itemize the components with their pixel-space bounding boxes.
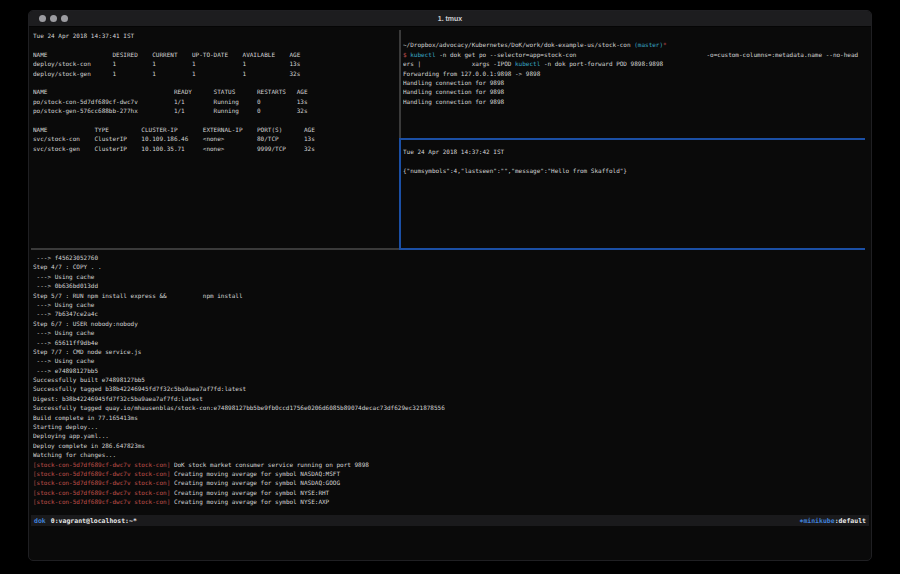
terminal-line: [stock-con-5d7df689cf-dwc7v stock-con] C… — [33, 488, 865, 497]
terminal-line: Deploy complete in 286.647823ms — [33, 441, 865, 450]
terminal-line — [33, 78, 399, 87]
terminal-line: Handling connection for 9898 — [403, 87, 863, 96]
tmux-session: Tue 24 Apr 2018 14:37:41 IST NAME DESIRE… — [29, 28, 871, 560]
terminal-line: Forwarding from 127.0.0.1:9898 -> 9898 — [403, 69, 863, 78]
terminal-line: [stock-con-5d7df689cf-dwc7v stock-con] C… — [33, 497, 865, 506]
terminal-line — [403, 31, 863, 40]
pane-kubectl-watch[interactable]: Tue 24 Apr 2018 14:37:41 IST NAME DESIRE… — [33, 31, 399, 247]
terminal-line: ---> Using cache — [33, 272, 865, 281]
terminal-line: ers | xargs -IPOD kubectl -n dok port-fo… — [403, 59, 863, 68]
terminal-line: deploy/stock-con 1 1 1 1 13s — [33, 59, 399, 68]
terminal-line: Successfully tagged quay.io/mhausenblas/… — [33, 403, 865, 412]
terminal-line — [33, 40, 399, 49]
terminal-line: Step 7/7 : CMD node service.js — [33, 347, 865, 356]
terminal-line: deploy/stock-gen 1 1 1 1 32s — [33, 69, 399, 78]
terminal-line: Tue 24 Apr 2018 14:37:41 IST — [33, 31, 399, 40]
terminal-line: Step 5/7 : RUN npm install express && np… — [33, 291, 865, 300]
terminal-line: NAME READY STATUS RESTARTS AGE — [33, 87, 399, 96]
session-name: dok — [34, 517, 46, 525]
terminal-line: ---> 7b6347ce2a4c — [33, 309, 865, 318]
terminal-line — [403, 156, 863, 165]
pane-divider-horizontal-active-top — [399, 138, 865, 140]
terminal-line: svc/stock-gen ClusterIP 10.100.35.71 <no… — [33, 144, 399, 153]
terminal-line — [33, 116, 399, 125]
terminal-line: ---> e74898127bb5 — [33, 366, 865, 375]
terminal-line: [stock-con-5d7df689cf-dwc7v stock-con] C… — [33, 478, 865, 487]
terminal-line: Watching for changes... — [33, 450, 865, 459]
terminal-line: [stock-con-5d7df689cf-dwc7v stock-con] D… — [33, 460, 865, 469]
terminal-line: ---> Using cache — [33, 328, 865, 337]
pane-divider-horizontal-left — [31, 248, 399, 250]
terminal-line: Step 4/7 : COPY . . — [33, 262, 865, 271]
pane-divider-horizontal-active-bottom — [399, 248, 865, 250]
terminal-line: Handling connection for 9898 — [403, 97, 863, 106]
terminal-line: Build complete in 77.165413ms — [33, 413, 865, 422]
tmux-status-bar: dok 0:vagrant@localhost:~* ⎈ minikube :d… — [31, 515, 869, 526]
terminal-line: Digest: b38b42246945fd7f32c5ba9aea7af7fd… — [33, 394, 865, 403]
terminal-line: Tue 24 Apr 2018 14:37:42 IST — [403, 147, 863, 156]
terminal-line: ---> Using cache — [33, 356, 865, 365]
terminal-line: Successfully tagged b38b42246945fd7f32c5… — [33, 384, 865, 393]
terminal-line: {"numsymbols":4,"lastseen":"","message":… — [403, 166, 863, 175]
terminal-line: Successfully built e74898127bb5 — [33, 375, 865, 384]
terminal-line: ---> f45623052760 — [33, 253, 865, 262]
pane-divider-vertical-top — [399, 30, 401, 138]
terminal-line: Handling connection for 9898 — [403, 78, 863, 87]
terminal-line: NAME TYPE CLUSTER-IP EXTERNAL-IP PORT(S)… — [33, 125, 399, 134]
kube-namespace: :default — [835, 517, 866, 525]
window-tab[interactable]: 0:vagrant@localhost:~* — [51, 517, 137, 525]
terminal-line: $ kubectl -n dok get po --selector=app=s… — [403, 50, 863, 59]
terminal-line: ---> Using cache — [33, 300, 865, 309]
pane-port-forward[interactable]: ~/Dropbox/advocacy/Kubernetes/DoK/work/d… — [403, 31, 863, 136]
terminal-window: 1. tmux Tue 24 Apr 2018 14:37:41 IST NAM… — [28, 10, 872, 561]
terminal-line: po/stock-con-5d7df689cf-dwc7v 1/1 Runnin… — [33, 97, 399, 106]
terminal-line: Step 6/7 : USER nobody:nobody — [33, 319, 865, 328]
window-titlebar[interactable]: 1. tmux — [29, 11, 871, 27]
pane-service-output-active[interactable]: Tue 24 Apr 2018 14:37:42 IST {"numsymbol… — [403, 143, 863, 246]
terminal-line: Starting deploy... — [33, 422, 865, 431]
terminal-line: [stock-con-5d7df689cf-dwc7v stock-con] C… — [33, 469, 865, 478]
terminal-line: Deploying app.yaml... — [33, 431, 865, 440]
terminal-line: ---> 65611ff9db4e — [33, 338, 865, 347]
terminal-line: po/stock-gen-576cc688bb-277hx 1/1 Runnin… — [33, 106, 399, 115]
pane-divider-vertical-active — [399, 138, 401, 250]
window-title: 1. tmux — [29, 11, 871, 27]
status-right: ⎈ minikube :default — [799, 517, 866, 525]
terminal-line: ~/Dropbox/advocacy/Kubernetes/DoK/work/d… — [403, 40, 863, 49]
terminal-line: ---> 0b636bd013dd — [33, 281, 865, 290]
pane-skaffold-dev[interactable]: ---> f45623052760Step 4/7 : COPY . . ---… — [33, 251, 865, 513]
terminal-line: svc/stock-con ClusterIP 10.109.186.46 <n… — [33, 134, 399, 143]
kube-context: minikube — [803, 517, 834, 525]
terminal-line: NAME DESIRED CURRENT UP-TO-DATE AVAILABL… — [33, 50, 399, 59]
